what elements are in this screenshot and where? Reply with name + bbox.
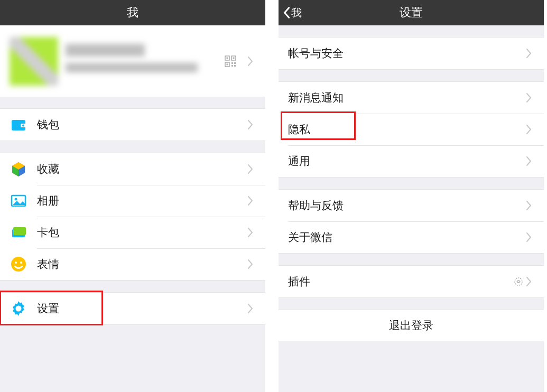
- logout-button[interactable]: 退出登录: [279, 310, 544, 341]
- notifications-row[interactable]: 新消息通知: [279, 82, 544, 114]
- privacy-label: 隐私: [288, 122, 524, 137]
- cards-row[interactable]: 卡包: [0, 217, 265, 248]
- avatar: [10, 37, 58, 86]
- chevron-right-icon: [245, 195, 256, 206]
- navbar-title: 设置: [400, 5, 423, 21]
- account-security-label: 帐号与安全: [288, 46, 524, 61]
- svg-rect-8: [231, 65, 233, 67]
- svg-point-18: [15, 262, 17, 264]
- svg-point-17: [11, 257, 26, 272]
- stickers-row[interactable]: 表情: [0, 248, 265, 280]
- wallet-icon: [10, 116, 27, 134]
- back-button[interactable]: 我: [283, 6, 302, 20]
- chevron-right-icon: [524, 48, 534, 59]
- profile-row[interactable]: [0, 25, 265, 97]
- notifications-label: 新消息通知: [288, 90, 524, 105]
- settings-label: 设置: [37, 301, 245, 316]
- favorites-row[interactable]: 收藏: [0, 153, 265, 185]
- stickers-label: 表情: [37, 257, 245, 272]
- svg-rect-1: [227, 57, 228, 59]
- chevron-right-icon: [524, 232, 534, 242]
- me-screen: 我 钱包: [0, 0, 265, 392]
- chevron-right-icon: [245, 164, 256, 174]
- plugins-label: 插件: [288, 274, 509, 289]
- help-label: 帮助与反馈: [288, 198, 524, 213]
- chevron-right-icon: [245, 119, 256, 130]
- chevron-right-icon: [245, 227, 256, 238]
- svg-rect-16: [13, 227, 26, 235]
- settings-screen: 我 设置 帐号与安全 新消息通知 隐私 通用: [279, 0, 544, 392]
- svg-point-14: [15, 198, 17, 201]
- about-row[interactable]: 关于微信: [279, 221, 544, 253]
- svg-rect-9: [234, 65, 236, 67]
- svg-rect-6: [231, 62, 233, 64]
- sticker-icon: [10, 255, 27, 273]
- settings-row[interactable]: 设置: [0, 293, 265, 324]
- wallet-row[interactable]: 钱包: [0, 109, 265, 141]
- about-label: 关于微信: [288, 230, 524, 245]
- album-label: 相册: [37, 193, 245, 208]
- favorites-label: 收藏: [37, 162, 245, 176]
- help-row[interactable]: 帮助与反馈: [279, 190, 544, 221]
- gear-icon: [10, 300, 27, 318]
- chevron-right-icon: [524, 200, 534, 211]
- back-label: 我: [291, 6, 302, 20]
- logout-label: 退出登录: [389, 318, 433, 333]
- profile-id-blurred: [66, 63, 198, 72]
- svg-point-20: [16, 306, 22, 312]
- profile-name-blurred: [66, 44, 145, 57]
- privacy-row[interactable]: 隐私: [279, 114, 544, 145]
- cards-label: 卡包: [37, 225, 245, 240]
- svg-rect-3: [233, 57, 235, 59]
- cards-icon: [10, 223, 27, 241]
- account-security-row[interactable]: 帐号与安全: [279, 38, 544, 69]
- svg-point-21: [515, 278, 522, 285]
- chevron-right-icon: [524, 92, 534, 103]
- navbar-settings: 我 设置: [279, 0, 544, 25]
- chevron-right-icon: [524, 276, 534, 287]
- album-icon: [10, 192, 27, 210]
- general-label: 通用: [288, 154, 524, 169]
- chevron-right-icon: [245, 56, 256, 67]
- chevron-right-icon: [524, 124, 534, 135]
- plugin-extra-icon: [513, 276, 524, 287]
- svg-point-19: [20, 262, 22, 264]
- general-row[interactable]: 通用: [279, 145, 544, 177]
- svg-point-12: [22, 125, 24, 127]
- favorites-icon: [10, 160, 27, 178]
- profile-text: [66, 44, 216, 79]
- wallet-label: 钱包: [37, 117, 245, 132]
- navbar-title: 我: [127, 5, 138, 21]
- chevron-right-icon: [245, 259, 256, 269]
- svg-rect-5: [227, 63, 228, 65]
- qr-code-icon[interactable]: [223, 54, 238, 69]
- navbar-me: 我: [0, 0, 265, 25]
- chevron-right-icon: [524, 156, 534, 166]
- plugins-row[interactable]: 插件: [279, 266, 544, 297]
- chevron-right-icon: [245, 303, 256, 314]
- svg-rect-7: [234, 62, 236, 64]
- album-row[interactable]: 相册: [0, 185, 265, 217]
